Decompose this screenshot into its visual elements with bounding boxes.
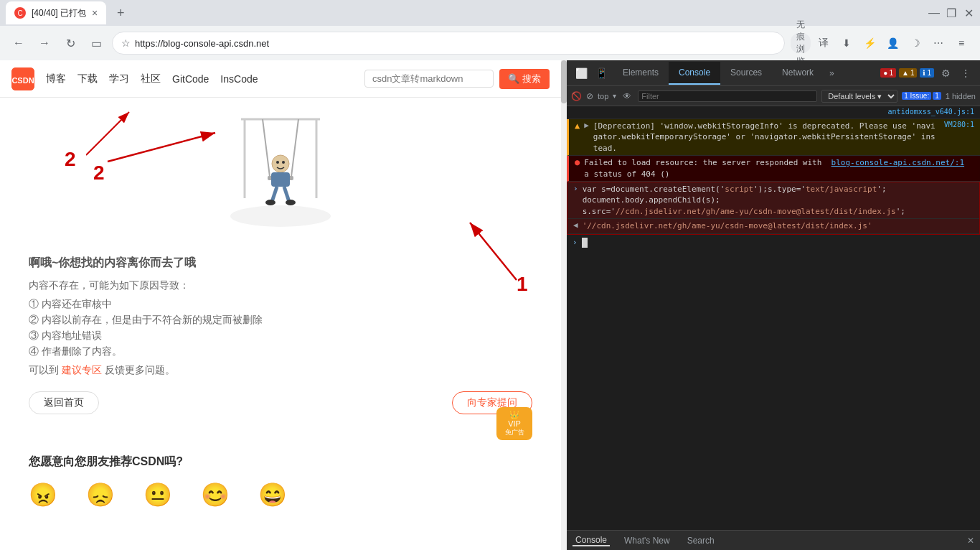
source-link-vm280[interactable]: VM280:1	[944, 121, 974, 129]
url-bar[interactable]: ☆ https://blog-console-api.csdn.net	[112, 32, 785, 55]
warn-badge: ▲ 1	[899, 68, 917, 78]
not-found-illustration	[0, 105, 561, 227]
input-code: var s=document.createElement('script');s…	[583, 184, 974, 217]
console-level-select[interactable]: Default levels ▾	[821, 90, 897, 103]
emoji-neutral[interactable]: 😐	[143, 481, 172, 508]
address-bar: ← → ↻ ▭ ☆ https://blog-console-api.csdn.…	[0, 26, 980, 60]
reason-4: ④ 作者删除了内容。	[29, 345, 532, 358]
emoji-happy[interactable]: 😊	[201, 481, 230, 508]
error-badge-icon: ●	[883, 69, 887, 77]
context-arrow: ▾	[613, 92, 616, 100]
warn-badge-count: 1	[910, 69, 915, 77]
emoji-rating-row: 😠 😞 😐 😊 😄	[29, 481, 532, 508]
svg-point-16	[276, 161, 279, 164]
console-prompt-line[interactable]: ›	[567, 235, 980, 251]
devtools-panel: ⬜ 📱 Elements Console Sources Network » ●…	[567, 60, 980, 550]
search-input[interactable]	[364, 70, 494, 88]
bottom-tab-console[interactable]: Console	[573, 535, 610, 546]
devtools-inspect-icon[interactable]: ⬜	[573, 65, 590, 82]
window-controls: — ❐ ✕	[928, 7, 974, 19]
devtools-top-toolbar: ⬜ 📱 Elements Console Sources Network » ●…	[567, 60, 980, 86]
vip-badge[interactable]: 👑 VIP 免广告	[496, 407, 532, 440]
info-badge-count: 1	[927, 69, 931, 77]
svg-point-10	[272, 155, 289, 172]
emoji-sad[interactable]: 😞	[86, 481, 115, 508]
issues-count: 1	[933, 92, 941, 100]
title-bar-left: C [40/40] 已打包 × +	[6, 1, 925, 24]
nav-community[interactable]: 社区	[141, 73, 161, 85]
console-input-line: › var s=document.createElement('script')…	[567, 182, 979, 219]
input-arrow: ›	[573, 184, 578, 193]
new-tab-button[interactable]: +	[110, 3, 131, 23]
translate-icon[interactable]: 译	[814, 33, 834, 53]
search-button[interactable]: 🔍 搜索	[499, 69, 550, 89]
suggestion-prefix: 可以到	[29, 364, 59, 376]
console-output-line: ◀ '//cdn.jsdelivr.net/gh/ame-yu/csdn-mov…	[567, 219, 979, 233]
maximize-button[interactable]: ❐	[946, 7, 957, 19]
output-text: '//cdn.jsdelivr.net/gh/ame-yu/csdn-move@…	[583, 220, 974, 231]
nav-gitcode[interactable]: GitCode	[172, 73, 209, 85]
title-bar: C [40/40] 已打包 × + — ❐ ✕	[0, 0, 980, 26]
suggestion-link[interactable]: 建议专区	[62, 364, 102, 376]
devtools-device-icon[interactable]: 📱	[593, 65, 610, 82]
not-found-title: 啊哦~你想找的内容离你而去了哦	[29, 256, 532, 271]
refresh-button[interactable]: ↻	[60, 33, 80, 53]
emoji-angry[interactable]: 😠	[29, 481, 57, 508]
devtools-more-icon[interactable]: ⋮	[957, 65, 974, 82]
error-link[interactable]: blog-console-api.csdn.net/:1	[831, 158, 964, 167]
devtools-settings-icon[interactable]: ⚙	[937, 65, 954, 82]
nav-inscode[interactable]: InsCode	[220, 73, 258, 85]
csdn-nav: 博客 下载 学习 社区 GitCode InsCode	[46, 73, 258, 85]
console-filter-icon[interactable]: ⊘	[586, 91, 593, 101]
profile-icon[interactable]: 👤	[882, 33, 903, 53]
tab-elements[interactable]: Elements	[613, 62, 669, 85]
bottom-tab-whatsnew[interactable]: What's New	[621, 536, 673, 546]
output-expand[interactable]: ◀	[573, 220, 578, 230]
nav-download[interactable]: 下载	[77, 73, 98, 85]
error-badge: ● 1	[880, 68, 896, 78]
error-badge-count: 1	[889, 69, 893, 77]
search-btn-label: 搜索	[522, 73, 541, 85]
download-icon[interactable]: ⬇	[837, 33, 857, 53]
scrollbar-thumb[interactable]	[561, 60, 567, 103]
vip-crown-icon: 👑	[502, 410, 527, 419]
csdn-logo-icon: CSDN	[11, 67, 34, 90]
minimize-button[interactable]: —	[928, 7, 940, 19]
devtools-close-btn[interactable]: ✕	[967, 536, 974, 546]
active-tab[interactable]: C [40/40] 已打包 ×	[6, 1, 106, 24]
svg-line-12	[272, 187, 277, 202]
console-eye-icon[interactable]: 👁	[621, 90, 633, 103]
more-options-icon[interactable]: ⋯	[928, 33, 948, 53]
menu-icon[interactable]: ≡	[951, 33, 971, 53]
extensions-icon[interactable]: ⚡	[859, 33, 880, 53]
nav-blog[interactable]: 博客	[46, 73, 66, 85]
moon-icon[interactable]: ☽	[905, 33, 925, 53]
tab-network[interactable]: Network	[772, 62, 824, 85]
warn-expand[interactable]: ▶	[584, 121, 589, 130]
tab-close-btn[interactable]: ×	[92, 7, 98, 19]
console-warn-line: ▲ ▶ [Deprecation] 'window.webkitStorageI…	[567, 119, 980, 156]
console-filter-input[interactable]	[638, 90, 817, 102]
reason-2: ② 内容以前存在，但是由于不符合新的规定而被删除	[29, 314, 532, 327]
svg-line-13	[284, 187, 289, 202]
nav-learn[interactable]: 学习	[109, 73, 129, 85]
incognito-badge: 无痕浏览	[791, 33, 811, 53]
not-found-reason-header: 内容不存在，可能为如下原因导致：	[29, 279, 532, 292]
back-button[interactable]: ←	[9, 33, 29, 53]
close-button[interactable]: ✕	[963, 7, 974, 19]
bottom-tab-search[interactable]: Search	[684, 536, 717, 546]
console-clear-icon[interactable]: 🚫	[571, 91, 582, 101]
emoji-laugh[interactable]: 😄	[258, 481, 287, 508]
sidebar-toggle-button[interactable]: ▭	[86, 33, 106, 53]
hidden-count: 1 hidden	[946, 92, 976, 101]
home-button[interactable]: 返回首页	[29, 391, 99, 414]
console-source-link-line: antidomxss_v640.js:1	[567, 106, 980, 119]
forward-button[interactable]: →	[34, 33, 55, 53]
csdn-search: 🔍 搜索	[364, 69, 550, 89]
prompt-icon: ›	[573, 238, 578, 247]
tab-console[interactable]: Console	[669, 62, 720, 85]
devtools-tabs-more[interactable]: »	[824, 68, 840, 78]
source-link-antidom[interactable]: antidomxss_v640.js:1	[888, 108, 974, 116]
website-scrollbar[interactable]	[561, 60, 567, 550]
tab-sources[interactable]: Sources	[720, 62, 772, 85]
